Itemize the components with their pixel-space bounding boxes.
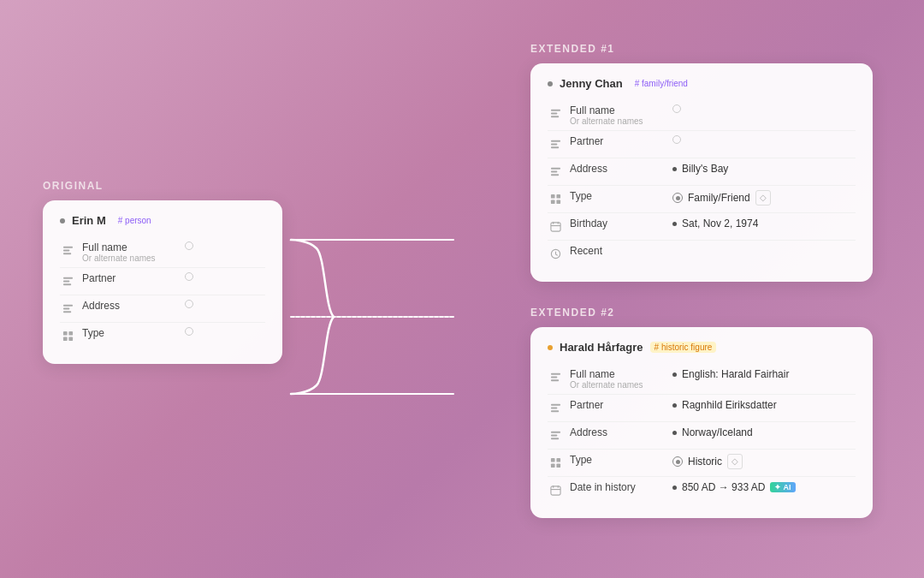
extended1-card: Jenny Chan # family/friend Full name Or … xyxy=(530,63,873,282)
select-arrow-e2[interactable]: ◇ xyxy=(727,454,743,469)
svg-line-34 xyxy=(555,253,557,254)
e2-field-partner: Partner Ragnhild Eiriksdatter xyxy=(548,395,856,422)
svg-rect-41 xyxy=(550,431,560,432)
svg-rect-27 xyxy=(556,200,560,204)
text-icon-e2-fn xyxy=(548,369,563,384)
e1-type-text: Family/Friend xyxy=(688,192,750,204)
e1-label-partner: Partner xyxy=(570,135,672,147)
field-label-address: Address xyxy=(82,300,185,312)
header-bullet-e1 xyxy=(548,81,553,86)
select-arrow-e1[interactable]: ◇ xyxy=(755,190,771,206)
value-bullet xyxy=(672,372,677,377)
svg-rect-40 xyxy=(550,410,558,412)
value-bullet xyxy=(672,167,677,171)
e1-label-address: Address xyxy=(570,163,672,175)
original-field-address: Address xyxy=(60,295,265,323)
svg-rect-4 xyxy=(62,280,68,282)
field-value-type xyxy=(185,327,265,336)
e2-field-address: Address Norway/Iceland xyxy=(548,422,856,450)
e1-field-partner: Partner xyxy=(548,131,856,158)
text-icon-e1-p xyxy=(548,136,563,152)
e2-value-dateinhistory: 850 AD → 933 AD ✦ AI xyxy=(672,481,856,493)
header-bullet xyxy=(60,218,65,223)
e1-label-birthday: Birthday xyxy=(570,217,672,229)
svg-rect-5 xyxy=(62,283,70,285)
original-section: ORIGINAL Erin M # person Full name Or al… xyxy=(43,180,282,364)
svg-rect-2 xyxy=(62,253,70,254)
e2-field-type: Type Historic ◇ xyxy=(548,450,856,477)
text-icon xyxy=(60,242,75,258)
e1-field-address: Address Billy's Bay xyxy=(548,158,856,186)
svg-rect-36 xyxy=(550,376,556,378)
e2-value-partner: Ragnhild Eiriksdatter xyxy=(672,399,856,411)
header-bullet-e2 xyxy=(548,345,553,350)
original-label: ORIGINAL xyxy=(43,180,282,192)
e2-field-fullname: Full name Or alternate names English: Ha… xyxy=(548,364,856,395)
e2-label-type: Type xyxy=(570,454,672,466)
svg-rect-47 xyxy=(556,463,560,468)
extended1-section: EXTENDED #1 Jenny Chan # family/friend F… xyxy=(530,43,873,282)
svg-rect-44 xyxy=(550,457,554,462)
svg-rect-16 xyxy=(550,112,556,114)
empty-indicator xyxy=(185,241,193,250)
extended2-label: EXTENDED #2 xyxy=(530,307,873,319)
empty-indicator xyxy=(185,300,193,308)
e2-sublabel-fullname: Or alternate names xyxy=(570,380,672,390)
e1-label-fullname: Full name xyxy=(570,104,672,116)
svg-rect-46 xyxy=(550,463,554,468)
radio-icon-e2 xyxy=(672,456,683,467)
svg-rect-39 xyxy=(550,407,556,408)
svg-rect-11 xyxy=(62,337,67,341)
calendar-icon-e2 xyxy=(548,482,563,498)
radio-icon-e1 xyxy=(672,193,683,203)
e2-value-address: Norway/Iceland xyxy=(672,426,856,438)
svg-rect-42 xyxy=(550,434,556,436)
svg-rect-3 xyxy=(62,277,72,278)
original-field-fullname: Full name Or alternate names xyxy=(60,237,265,268)
extended2-person-name: Harald Hårfagre xyxy=(560,341,643,354)
e2-label-partner: Partner xyxy=(570,399,672,411)
grid-icon-e2-t xyxy=(548,455,563,470)
svg-rect-20 xyxy=(550,146,558,148)
extended1-person-tag: # family/friend xyxy=(630,78,693,89)
e2-dateinhistory-text: 850 AD → 933 AD xyxy=(682,481,765,493)
svg-rect-23 xyxy=(550,174,558,176)
svg-rect-35 xyxy=(550,372,560,374)
svg-rect-8 xyxy=(62,311,70,313)
svg-rect-26 xyxy=(550,200,554,204)
text-icon-address xyxy=(60,301,75,316)
svg-rect-6 xyxy=(62,304,72,306)
empty-indicator xyxy=(185,327,193,336)
field-sublabel-fullname: Or alternate names xyxy=(82,253,185,263)
field-value-address xyxy=(185,300,265,308)
original-person-name: Erin M xyxy=(72,214,106,227)
e2-value-fullname: English: Harald Fairhair xyxy=(672,368,856,380)
svg-rect-19 xyxy=(550,143,556,145)
empty-indicator xyxy=(672,104,681,113)
value-bullet xyxy=(672,486,677,490)
e2-partner-text: Ragnhild Eiriksdatter xyxy=(682,399,777,411)
svg-rect-15 xyxy=(550,109,560,110)
svg-rect-18 xyxy=(550,140,560,141)
e1-field-type: Type Family/Friend ◇ xyxy=(548,186,856,213)
svg-rect-12 xyxy=(68,337,73,341)
e1-field-birthday: Birthday Sat, Nov 2, 1974 xyxy=(548,213,856,241)
svg-rect-17 xyxy=(550,116,558,117)
empty-indicator xyxy=(185,272,193,281)
extended2-card-header: Harald Hårfagre # historic figure xyxy=(548,341,856,354)
grid-icon-type xyxy=(60,328,75,343)
e2-address-text: Norway/Iceland xyxy=(682,426,753,438)
value-bullet xyxy=(672,431,677,435)
e2-value-type: Historic ◇ xyxy=(672,454,856,469)
e2-field-dateinhistory: Date in history 850 AD → 933 AD ✦ AI xyxy=(548,477,856,504)
field-label-type: Type xyxy=(82,327,185,339)
text-icon-e2-a xyxy=(548,427,563,443)
extended2-card: Harald Hårfagre # historic figure Full n… xyxy=(530,327,873,518)
svg-rect-1 xyxy=(62,249,68,251)
extended2-person-tag: # historic figure xyxy=(650,342,717,353)
svg-rect-45 xyxy=(556,457,560,462)
svg-rect-21 xyxy=(550,167,560,169)
e1-value-address: Billy's Bay xyxy=(672,163,856,175)
svg-rect-0 xyxy=(62,246,72,247)
empty-indicator xyxy=(672,135,681,144)
